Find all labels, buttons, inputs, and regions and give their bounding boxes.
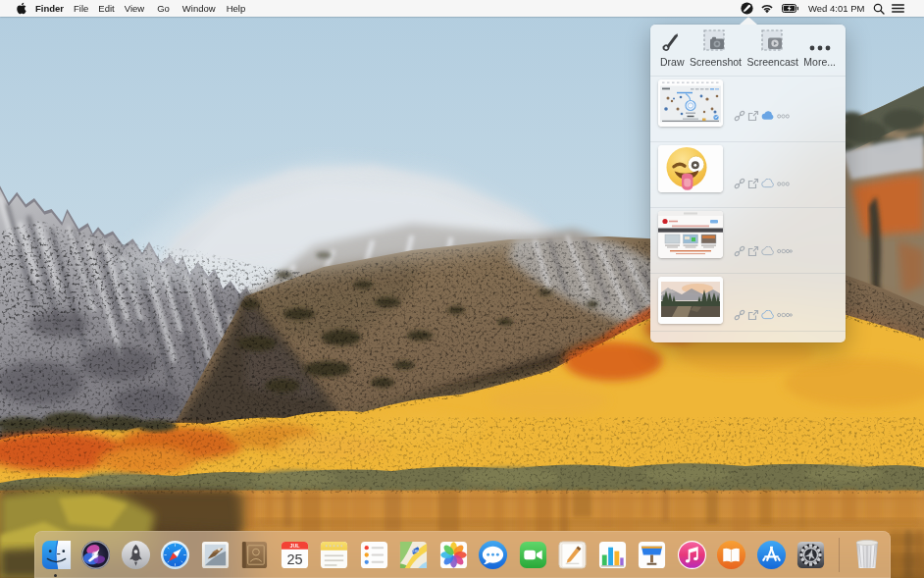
svg-text:JUL: JUL	[289, 542, 300, 548]
svg-text:280: 280	[412, 549, 420, 553]
svg-text:25: 25	[286, 552, 302, 567]
